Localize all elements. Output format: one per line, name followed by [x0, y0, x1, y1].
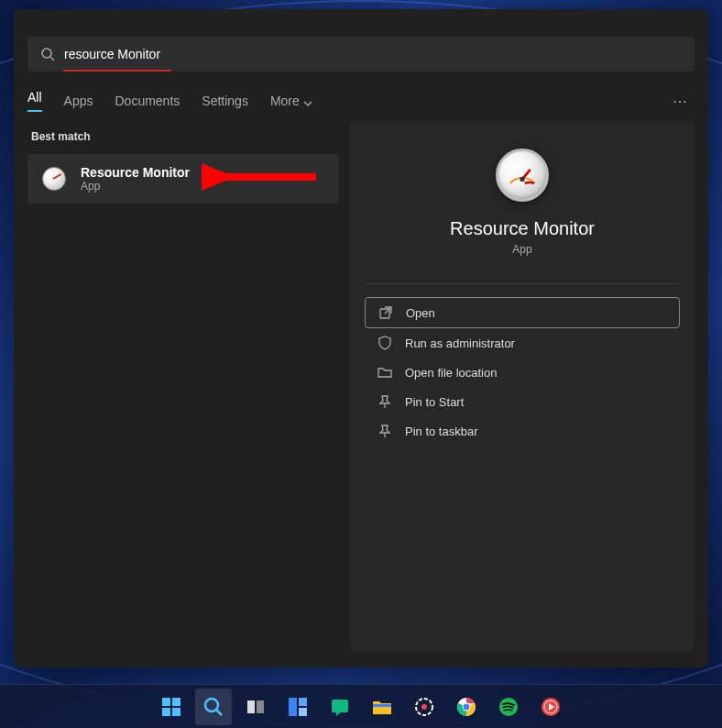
- tabs-row: All Apps Documents Settings More ⋯: [14, 72, 708, 121]
- taskbar-start-icon[interactable]: [153, 689, 190, 725]
- action-open-location-label: Open file location: [405, 366, 497, 380]
- tab-more-label: More: [270, 94, 300, 108]
- svg-rect-10: [162, 698, 170, 706]
- svg-line-7: [385, 307, 391, 314]
- svg-point-5: [520, 177, 524, 182]
- pin-icon: [377, 394, 392, 409]
- action-run-admin[interactable]: Run as administrator: [365, 328, 680, 358]
- search-input[interactable]: [64, 47, 682, 61]
- taskbar-search-icon[interactable]: [195, 689, 232, 725]
- more-options-icon[interactable]: ⋯: [673, 93, 695, 110]
- result-app-icon: [40, 165, 68, 193]
- action-open-location[interactable]: Open file location: [365, 358, 680, 387]
- taskbar-spotify-icon[interactable]: [490, 689, 527, 725]
- svg-point-0: [42, 49, 51, 58]
- svg-point-25: [421, 704, 427, 710]
- open-icon: [378, 305, 393, 320]
- taskbar: [0, 684, 722, 728]
- svg-line-1: [50, 57, 54, 61]
- search-panel: All Apps Documents Settings More ⋯ Best …: [14, 9, 708, 667]
- tab-all[interactable]: All: [27, 90, 42, 112]
- folder-icon: [377, 365, 392, 380]
- svg-rect-17: [257, 700, 264, 713]
- svg-point-14: [205, 699, 218, 711]
- tab-documents[interactable]: Documents: [115, 94, 180, 108]
- tab-settings[interactable]: Settings: [202, 94, 248, 108]
- detail-app-icon: [496, 149, 549, 202]
- taskbar-chat-icon[interactable]: [322, 689, 358, 725]
- svg-rect-21: [332, 700, 348, 712]
- action-run-admin-label: Run as administrator: [405, 336, 515, 350]
- result-title: Resource Monitor: [81, 165, 190, 180]
- action-open[interactable]: Open: [365, 297, 680, 328]
- svg-marker-22: [336, 712, 341, 716]
- pin-icon: [377, 424, 392, 438]
- taskbar-chrome-icon[interactable]: [448, 689, 485, 725]
- result-subtitle: App: [81, 180, 190, 193]
- detail-title: Resource Monitor: [450, 218, 595, 239]
- action-pin-taskbar-label: Pin to taskbar: [405, 425, 478, 438]
- gauge-icon: [42, 167, 66, 191]
- action-pin-start[interactable]: Pin to Start: [365, 387, 680, 416]
- taskbar-taskview-icon[interactable]: [237, 689, 274, 725]
- tab-more[interactable]: More: [270, 94, 312, 108]
- action-open-label: Open: [406, 306, 435, 320]
- search-icon: [40, 47, 55, 61]
- taskbar-explorer-icon[interactable]: [364, 689, 400, 725]
- svg-point-28: [464, 703, 470, 710]
- tab-apps[interactable]: Apps: [64, 94, 93, 108]
- action-pin-start-label: Pin to Start: [405, 395, 464, 409]
- svg-rect-18: [289, 698, 297, 716]
- chevron-down-icon: [303, 96, 312, 105]
- shield-icon: [377, 336, 392, 350]
- svg-line-15: [216, 710, 222, 715]
- annotation-arrow-icon: [202, 159, 321, 199]
- taskbar-app-icon[interactable]: [406, 689, 443, 725]
- action-pin-taskbar[interactable]: Pin to taskbar: [365, 416, 680, 446]
- taskbar-youtube-icon[interactable]: [532, 689, 569, 725]
- svg-rect-11: [172, 698, 180, 706]
- svg-rect-12: [162, 708, 170, 716]
- section-label-best-match: Best match: [31, 130, 335, 143]
- svg-rect-16: [247, 700, 255, 713]
- search-bar[interactable]: [27, 37, 695, 72]
- detail-subtitle: App: [512, 243, 531, 256]
- svg-rect-19: [299, 698, 307, 706]
- results-column: Best match Resource Monitor App: [27, 121, 339, 651]
- divider: [365, 283, 680, 284]
- detail-pane: Resource Monitor App Open: [350, 121, 695, 651]
- result-item-resource-monitor[interactable]: Resource Monitor App: [27, 154, 339, 204]
- taskbar-widgets-icon[interactable]: [279, 689, 316, 725]
- svg-rect-20: [299, 708, 307, 716]
- svg-rect-13: [172, 708, 180, 716]
- svg-rect-23: [373, 704, 391, 707]
- action-list: Open Run as administrator: [365, 297, 680, 446]
